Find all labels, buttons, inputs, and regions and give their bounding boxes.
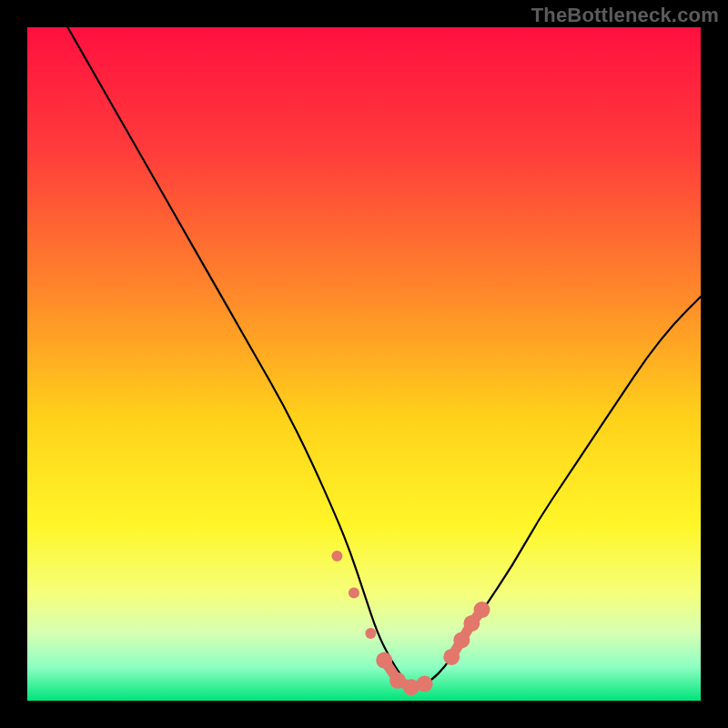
curve-marker xyxy=(331,551,342,561)
chart-svg xyxy=(27,27,701,701)
curve-marker xyxy=(349,588,359,599)
watermark-text: TheBottleneck.com xyxy=(531,4,719,27)
curve-marker xyxy=(365,628,376,639)
chart-plot-area xyxy=(27,27,701,701)
curve-marker xyxy=(474,602,490,618)
curve-marker xyxy=(463,615,480,632)
chart-frame: TheBottleneck.com xyxy=(0,0,728,728)
curve-marker xyxy=(453,632,470,648)
gradient-background xyxy=(27,27,701,701)
curve-marker xyxy=(417,676,433,693)
curve-marker xyxy=(376,652,392,669)
curve-marker xyxy=(443,649,460,665)
